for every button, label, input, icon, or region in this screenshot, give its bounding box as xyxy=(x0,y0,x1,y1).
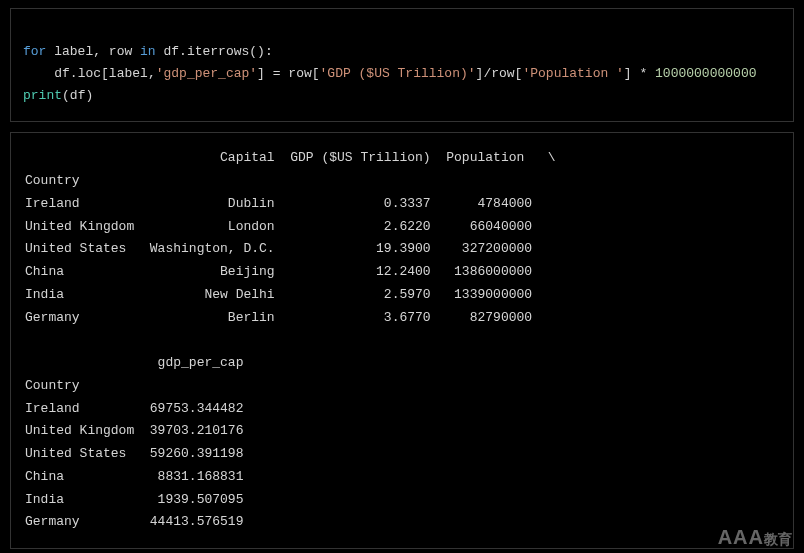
output-table2-indexlabel: Country xyxy=(25,378,259,393)
output-table1-header: Capital GDP ($US Trillion) Population \ xyxy=(25,150,556,165)
keyword-for: for xyxy=(23,44,46,59)
code-line-1: for label, row in df.iterrows(): xyxy=(23,44,273,59)
output-table1-row: United States Washington, D.C. 19.3900 3… xyxy=(25,241,556,256)
code-line-3: print(df) xyxy=(23,88,93,103)
code-cell: for label, row in df.iterrows(): df.loc[… xyxy=(10,8,794,122)
output-table2-row: Germany 44413.576519 xyxy=(25,514,259,529)
output-table2-row: United States 59260.391198 xyxy=(25,446,259,461)
output-cell: Capital GDP ($US Trillion) Population \ … xyxy=(10,132,794,549)
code-line-2: df.loc[label,'gdp_per_cap'] = row['GDP (… xyxy=(23,66,756,81)
output-table2-row: India 1939.507095 xyxy=(25,492,259,507)
output-table2-row: United Kingdom 39703.210176 xyxy=(25,423,259,438)
output-table2-header: gdp_per_cap xyxy=(25,355,259,370)
output-table2-row: China 8831.168831 xyxy=(25,469,259,484)
output-table1-indexlabel: Country xyxy=(25,173,563,188)
output-table1-row: United Kingdom London 2.6220 66040000 xyxy=(25,219,556,234)
output-table2-row: Ireland 69753.344482 xyxy=(25,401,259,416)
output-table1-row: China Beijing 12.2400 1386000000 xyxy=(25,264,556,279)
output-table1-row: India New Delhi 2.5970 1339000000 xyxy=(25,287,556,302)
output-table1-row: Ireland Dublin 0.3337 4784000 xyxy=(25,196,556,211)
output-table1-row: Germany Berlin 3.6770 82790000 xyxy=(25,310,556,325)
